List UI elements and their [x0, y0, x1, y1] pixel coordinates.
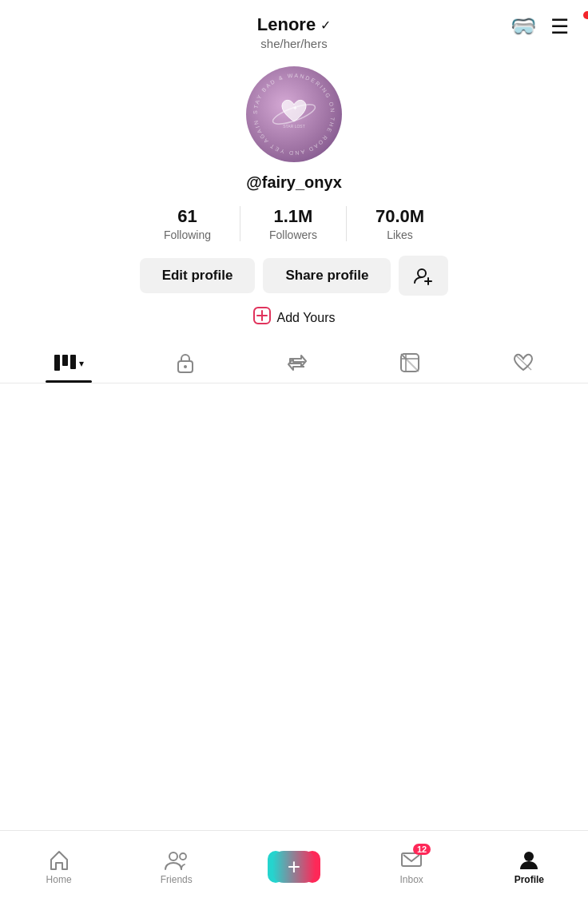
- tab-repost[interactable]: [270, 344, 324, 383]
- nav-friends[interactable]: Friends: [153, 848, 201, 885]
- likes-count: 70.0M: [375, 206, 424, 227]
- grid-dropdown-icon: ▾: [79, 358, 84, 369]
- add-yours-section[interactable]: Add Yours: [0, 307, 588, 328]
- tab-grid[interactable]: ▾: [38, 345, 100, 382]
- add-friend-button[interactable]: [399, 256, 448, 296]
- tab-private[interactable]: [160, 344, 211, 383]
- menu-icon[interactable]: ☰: [550, 14, 569, 39]
- nav-profile[interactable]: Profile: [505, 848, 553, 885]
- followers-label: Followers: [269, 228, 317, 241]
- header-title-wrap: Lenore ✓ she/her/hers: [257, 14, 331, 50]
- svg-point-21: [524, 852, 534, 861]
- header: Lenore ✓ she/her/hers 🥽 ☰: [0, 0, 588, 58]
- nav-friends-label: Friends: [161, 874, 193, 885]
- bottom-nav: Home Friends + 12 Inbox: [0, 830, 588, 902]
- notification-dot: [583, 11, 588, 19]
- edit-profile-button[interactable]: Edit profile: [140, 258, 256, 293]
- svg-point-3: [418, 269, 426, 277]
- avatar-section: STAY BAD & WANDERING ON THE ROAD AND YET…: [0, 66, 588, 162]
- share-profile-button[interactable]: Share profile: [263, 258, 391, 293]
- avatar-ring-svg: STAY BAD & WANDERING ON THE ROAD AND YET…: [246, 66, 342, 162]
- chevron-icon: ✓: [320, 18, 331, 33]
- add-friend-icon: [413, 265, 434, 286]
- add-yours-svg: [253, 307, 271, 324]
- username-row: Lenore ✓: [257, 14, 331, 35]
- user-handle: @fairy_onyx: [246, 173, 342, 191]
- stat-followers[interactable]: 1.1M Followers: [240, 206, 347, 241]
- stat-following[interactable]: 61 Following: [135, 206, 240, 241]
- username-section: @fairy_onyx: [0, 173, 588, 192]
- svg-point-13: [184, 365, 187, 368]
- home-icon: [48, 848, 70, 871]
- nav-inbox[interactable]: 12 Inbox: [387, 848, 435, 885]
- following-label: Following: [164, 228, 211, 241]
- svg-point-20: [180, 853, 186, 860]
- plus-icon: +: [288, 856, 300, 878]
- repost-icon: [286, 352, 308, 373]
- inbox-badge: 12: [413, 844, 431, 855]
- svg-line-17: [403, 356, 419, 372]
- likes-label: Likes: [387, 228, 413, 241]
- plus-button[interactable]: +: [272, 851, 316, 883]
- nav-home-label: Home: [46, 874, 72, 885]
- nav-inbox-label: Inbox: [399, 874, 423, 885]
- friends-icon: [164, 848, 189, 871]
- grid-icon: [54, 353, 76, 372]
- header-icons: 🥽 ☰: [511, 14, 569, 39]
- tagged-icon: [399, 352, 420, 373]
- avatar[interactable]: STAY BAD & WANDERING ON THE ROAD AND YET…: [246, 66, 342, 162]
- avatar-circular-text: STAY BAD & WANDERING ON THE ROAD AND YET…: [246, 66, 336, 156]
- tabs-section: ▾: [0, 344, 588, 383]
- buttons-section: Edit profile Share profile: [0, 256, 588, 296]
- nav-plus[interactable]: +: [270, 851, 318, 883]
- nav-home[interactable]: Home: [35, 848, 83, 885]
- add-yours-icon: [253, 307, 271, 328]
- svg-rect-9: [54, 355, 60, 371]
- svg-rect-10: [62, 355, 68, 366]
- tab-tagged[interactable]: [383, 344, 436, 383]
- header-pronouns: she/her/hers: [260, 37, 327, 50]
- liked-icon: [512, 352, 534, 373]
- lock-icon: [176, 352, 195, 373]
- svg-rect-11: [70, 355, 76, 369]
- tab-liked[interactable]: [496, 344, 550, 383]
- stats-section: 61 Following 1.1M Followers 70.0M Likes: [0, 206, 588, 241]
- stat-likes[interactable]: 70.0M Likes: [347, 206, 453, 241]
- following-count: 61: [177, 206, 197, 227]
- nav-profile-label: Profile: [514, 874, 544, 885]
- glasses-icon[interactable]: 🥽: [511, 14, 536, 39]
- content-area: [0, 383, 588, 703]
- add-yours-text: Add Yours: [277, 311, 336, 325]
- followers-count: 1.1M: [274, 206, 313, 227]
- header-username: Lenore: [257, 14, 316, 35]
- svg-point-19: [169, 852, 177, 860]
- profile-icon: [518, 848, 540, 871]
